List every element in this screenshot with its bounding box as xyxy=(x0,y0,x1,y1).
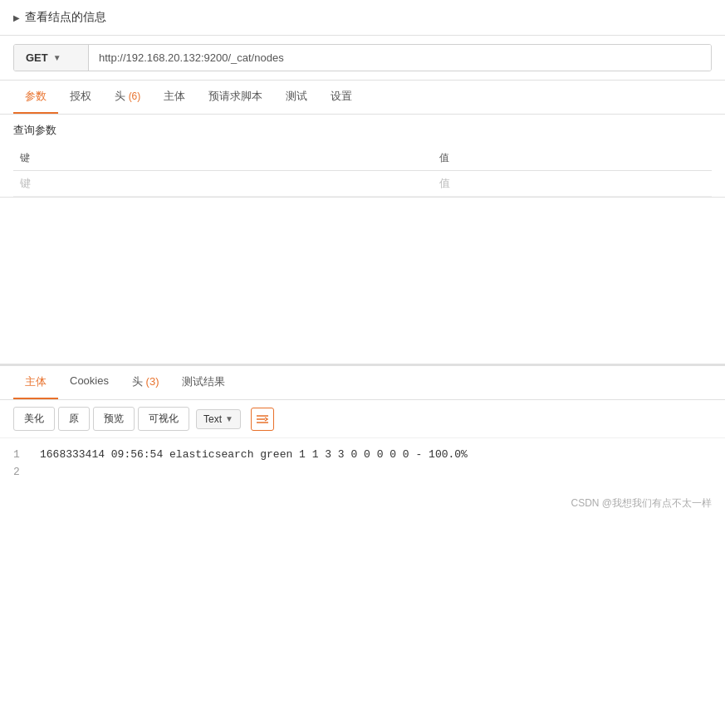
tab-test-label: 测试 xyxy=(286,90,307,102)
beautify-button[interactable]: 美化 xyxy=(13,407,55,431)
method-chevron-icon: ▼ xyxy=(53,53,61,62)
tab-pre-request[interactable]: 预请求脚本 xyxy=(197,81,274,114)
preview-button[interactable]: 预览 xyxy=(93,407,135,431)
tab-settings-label: 设置 xyxy=(331,90,352,102)
text-format-label: Text xyxy=(203,413,222,425)
params-section-label: 查询参数 xyxy=(13,115,712,146)
method-select[interactable]: GET ▼ xyxy=(14,45,89,71)
response-content: 1 1668333414 09:56:54 elasticsearch gree… xyxy=(0,438,725,490)
tab-test[interactable]: 测试 xyxy=(274,81,319,114)
top-section: ▶ 查看结点的信息 xyxy=(0,0,725,36)
response-line-1: 1 1668333414 09:56:54 elasticsearch gree… xyxy=(13,447,712,464)
response-tab-headers-badge: (3) xyxy=(146,375,159,388)
response-tab-body[interactable]: 主体 xyxy=(13,366,58,399)
response-tab-body-label: 主体 xyxy=(25,375,47,388)
tab-settings[interactable]: 设置 xyxy=(319,81,364,114)
tab-params-label: 参数 xyxy=(25,90,47,102)
line-number-1: 1 xyxy=(13,447,27,464)
section-title: ▶ 查看结点的信息 xyxy=(13,10,712,25)
response-tab-headers[interactable]: 头 (3) xyxy=(120,366,171,399)
section-title-text: 查看结点的信息 xyxy=(25,10,106,25)
params-val-cell[interactable]: 值 xyxy=(433,171,712,197)
line-content-1: 1668333414 09:56:54 elasticsearch green … xyxy=(40,447,468,464)
tab-headers-label: 头 xyxy=(115,90,125,102)
raw-button[interactable]: 原 xyxy=(58,407,90,431)
response-tab-cookies-label: Cookies xyxy=(70,374,109,387)
tab-pre-request-label: 预请求脚本 xyxy=(208,90,262,102)
params-row-empty: 键 值 xyxy=(13,171,712,197)
tab-params[interactable]: 参数 xyxy=(13,81,58,114)
response-tab-cookies[interactable]: Cookies xyxy=(58,366,120,399)
visualize-button[interactable]: 可视化 xyxy=(138,407,189,431)
watermark: CSDN @我想我们有点不太一样 xyxy=(0,490,725,517)
empty-area xyxy=(0,198,725,364)
params-key-cell[interactable]: 键 xyxy=(13,171,433,197)
url-bar: GET ▼ xyxy=(13,44,712,71)
word-wrap-icon[interactable] xyxy=(251,408,274,431)
tab-headers-badge: (6) xyxy=(129,90,141,102)
text-format-chevron-icon: ▼ xyxy=(225,414,233,423)
params-section: 查询参数 键 值 键 值 xyxy=(0,115,725,198)
tab-body[interactable]: 主体 xyxy=(152,81,197,114)
section-arrow-icon[interactable]: ▶ xyxy=(13,13,20,22)
tab-headers[interactable]: 头 (6) xyxy=(103,81,152,114)
tab-body-label: 主体 xyxy=(164,90,185,102)
text-format-select[interactable]: Text ▼ xyxy=(196,409,241,429)
response-tabs: 主体 Cookies 头 (3) 测试结果 xyxy=(0,366,725,400)
response-section: 主体 Cookies 头 (3) 测试结果 美化 原 预览 可视化 Text ▼ xyxy=(0,364,725,517)
response-tab-test-results[interactable]: 测试结果 xyxy=(170,366,237,399)
response-line-2: 2 xyxy=(13,464,712,481)
method-label: GET xyxy=(26,51,48,64)
tab-auth[interactable]: 授权 xyxy=(58,81,103,114)
response-tab-test-results-label: 测试结果 xyxy=(182,375,225,388)
params-table: 键 值 键 值 xyxy=(13,146,712,197)
line-number-2: 2 xyxy=(13,464,27,481)
params-col-key-header: 键 xyxy=(13,146,433,171)
response-toolbar: 美化 原 预览 可视化 Text ▼ xyxy=(0,400,725,438)
request-tabs: 参数 授权 头 (6) 主体 预请求脚本 测试 设置 xyxy=(0,81,725,115)
url-bar-wrapper: GET ▼ xyxy=(0,36,725,81)
response-tab-headers-label: 头 xyxy=(132,375,143,388)
params-col-val-header: 值 xyxy=(433,146,712,171)
tab-auth-label: 授权 xyxy=(70,90,91,102)
url-input[interactable] xyxy=(89,45,711,71)
